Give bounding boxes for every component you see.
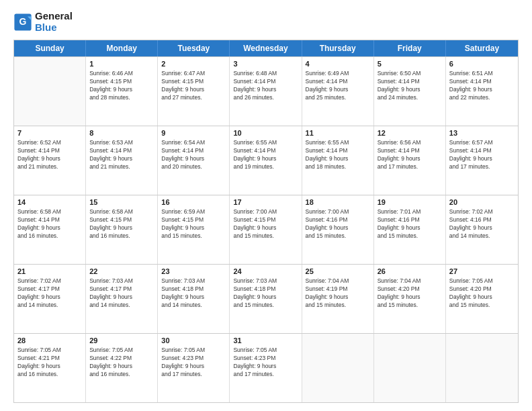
day-number: 28 bbox=[17, 336, 82, 346]
day-info: Sunrise: 6:48 AM Sunset: 4:14 PM Dayligh… bbox=[233, 70, 298, 102]
day-cell-8: 8Sunrise: 6:53 AM Sunset: 4:14 PM Daylig… bbox=[86, 126, 158, 195]
day-number: 2 bbox=[161, 59, 226, 69]
day-number: 20 bbox=[449, 197, 515, 208]
day-info: Sunrise: 7:05 AM Sunset: 4:22 PM Dayligh… bbox=[89, 347, 154, 379]
day-info: Sunrise: 6:51 AM Sunset: 4:14 PM Dayligh… bbox=[449, 70, 515, 102]
day-cell-1: 1Sunrise: 6:46 AM Sunset: 4:15 PM Daylig… bbox=[86, 57, 158, 126]
day-number: 29 bbox=[89, 336, 154, 346]
day-info: Sunrise: 6:55 AM Sunset: 4:14 PM Dayligh… bbox=[233, 139, 298, 171]
day-cell-28: 28Sunrise: 7:05 AM Sunset: 4:21 PM Dayli… bbox=[14, 334, 86, 402]
day-info: Sunrise: 7:02 AM Sunset: 4:17 PM Dayligh… bbox=[17, 277, 82, 310]
day-number: 6 bbox=[449, 59, 515, 69]
weekday-header-thursday: Thursday bbox=[302, 40, 374, 56]
logo-line1: General bbox=[35, 11, 73, 22]
day-info: Sunrise: 6:57 AM Sunset: 4:14 PM Dayligh… bbox=[449, 139, 515, 171]
calendar-row-2: 14Sunrise: 6:58 AM Sunset: 4:14 PM Dayli… bbox=[14, 195, 518, 264]
calendar: SundayMondayTuesdayWednesdayThursdayFrid… bbox=[13, 40, 519, 403]
day-cell-16: 16Sunrise: 6:59 AM Sunset: 4:15 PM Dayli… bbox=[158, 195, 230, 264]
weekday-header-saturday: Saturday bbox=[446, 40, 518, 56]
day-number: 25 bbox=[306, 267, 370, 277]
day-number: 12 bbox=[378, 128, 442, 138]
day-number: 13 bbox=[449, 128, 515, 138]
logo-icon: G bbox=[13, 13, 32, 32]
calendar-row-3: 21Sunrise: 7:02 AM Sunset: 4:17 PM Dayli… bbox=[14, 264, 518, 333]
day-cell-30: 30Sunrise: 7:05 AM Sunset: 4:23 PM Dayli… bbox=[158, 334, 230, 402]
svg-text:G: G bbox=[19, 16, 27, 27]
day-info: Sunrise: 6:58 AM Sunset: 4:14 PM Dayligh… bbox=[17, 208, 82, 240]
day-number: 9 bbox=[161, 128, 226, 138]
day-number: 31 bbox=[233, 336, 298, 346]
day-info: Sunrise: 6:53 AM Sunset: 4:14 PM Dayligh… bbox=[89, 139, 154, 171]
calendar-body: 1Sunrise: 6:46 AM Sunset: 4:15 PM Daylig… bbox=[14, 56, 518, 402]
day-info: Sunrise: 7:00 AM Sunset: 4:15 PM Dayligh… bbox=[233, 208, 298, 240]
day-number: 30 bbox=[161, 336, 226, 346]
day-info: Sunrise: 6:49 AM Sunset: 4:14 PM Dayligh… bbox=[306, 70, 370, 102]
day-number: 22 bbox=[89, 267, 154, 277]
day-number: 11 bbox=[306, 128, 370, 138]
day-number: 17 bbox=[233, 197, 298, 208]
day-cell-13: 13Sunrise: 6:57 AM Sunset: 4:14 PM Dayli… bbox=[446, 126, 518, 195]
day-cell-3: 3Sunrise: 6:48 AM Sunset: 4:14 PM Daylig… bbox=[230, 57, 302, 126]
day-info: Sunrise: 6:52 AM Sunset: 4:14 PM Dayligh… bbox=[17, 139, 82, 171]
weekday-header-tuesday: Tuesday bbox=[158, 40, 230, 56]
day-number: 7 bbox=[17, 128, 82, 138]
day-number: 21 bbox=[17, 267, 82, 277]
day-cell-4: 4Sunrise: 6:49 AM Sunset: 4:14 PM Daylig… bbox=[302, 57, 374, 126]
day-info: Sunrise: 6:58 AM Sunset: 4:15 PM Dayligh… bbox=[89, 208, 154, 240]
weekday-header-monday: Monday bbox=[86, 40, 158, 56]
logo-line2: Blue bbox=[35, 22, 73, 34]
day-info: Sunrise: 7:04 AM Sunset: 4:19 PM Dayligh… bbox=[306, 277, 370, 310]
day-cell-7: 7Sunrise: 6:52 AM Sunset: 4:14 PM Daylig… bbox=[14, 126, 86, 195]
day-cell-2: 2Sunrise: 6:47 AM Sunset: 4:15 PM Daylig… bbox=[158, 57, 230, 126]
day-info: Sunrise: 6:47 AM Sunset: 4:15 PM Dayligh… bbox=[161, 70, 226, 102]
day-cell-14: 14Sunrise: 6:58 AM Sunset: 4:14 PM Dayli… bbox=[14, 195, 86, 264]
day-number: 24 bbox=[233, 267, 298, 277]
day-number: 8 bbox=[89, 128, 154, 138]
day-info: Sunrise: 7:05 AM Sunset: 4:21 PM Dayligh… bbox=[17, 347, 82, 379]
day-cell-12: 12Sunrise: 6:56 AM Sunset: 4:14 PM Dayli… bbox=[374, 126, 446, 195]
day-cell-11: 11Sunrise: 6:55 AM Sunset: 4:14 PM Dayli… bbox=[302, 126, 374, 195]
weekday-header-sunday: Sunday bbox=[14, 40, 86, 56]
day-number: 18 bbox=[306, 197, 370, 208]
day-info: Sunrise: 6:50 AM Sunset: 4:14 PM Dayligh… bbox=[378, 70, 442, 102]
calendar-row-0: 1Sunrise: 6:46 AM Sunset: 4:15 PM Daylig… bbox=[14, 56, 518, 126]
day-info: Sunrise: 7:03 AM Sunset: 4:17 PM Dayligh… bbox=[89, 277, 154, 310]
empty-cell-4-5 bbox=[374, 334, 446, 402]
day-cell-20: 20Sunrise: 7:02 AM Sunset: 4:16 PM Dayli… bbox=[446, 195, 518, 264]
day-cell-18: 18Sunrise: 7:00 AM Sunset: 4:16 PM Dayli… bbox=[302, 195, 374, 264]
empty-cell-4-6 bbox=[446, 334, 518, 402]
weekday-header-friday: Friday bbox=[374, 40, 446, 56]
day-cell-15: 15Sunrise: 6:58 AM Sunset: 4:15 PM Dayli… bbox=[86, 195, 158, 264]
day-info: Sunrise: 7:01 AM Sunset: 4:16 PM Dayligh… bbox=[378, 208, 442, 240]
day-number: 5 bbox=[378, 59, 442, 69]
day-info: Sunrise: 7:05 AM Sunset: 4:23 PM Dayligh… bbox=[161, 347, 226, 379]
day-info: Sunrise: 6:54 AM Sunset: 4:14 PM Dayligh… bbox=[161, 139, 226, 171]
day-cell-10: 10Sunrise: 6:55 AM Sunset: 4:14 PM Dayli… bbox=[230, 126, 302, 195]
day-cell-26: 26Sunrise: 7:04 AM Sunset: 4:20 PM Dayli… bbox=[374, 265, 446, 333]
day-cell-17: 17Sunrise: 7:00 AM Sunset: 4:15 PM Dayli… bbox=[230, 195, 302, 264]
day-number: 26 bbox=[378, 267, 442, 277]
day-cell-24: 24Sunrise: 7:03 AM Sunset: 4:18 PM Dayli… bbox=[230, 265, 302, 333]
day-number: 10 bbox=[233, 128, 298, 138]
day-cell-31: 31Sunrise: 7:05 AM Sunset: 4:23 PM Dayli… bbox=[230, 334, 302, 402]
day-info: Sunrise: 7:04 AM Sunset: 4:20 PM Dayligh… bbox=[378, 277, 442, 310]
day-info: Sunrise: 6:55 AM Sunset: 4:14 PM Dayligh… bbox=[306, 139, 370, 171]
day-number: 23 bbox=[161, 267, 226, 277]
page-header: G General Blue bbox=[13, 11, 519, 33]
day-cell-27: 27Sunrise: 7:05 AM Sunset: 4:20 PM Dayli… bbox=[446, 265, 518, 333]
day-cell-25: 25Sunrise: 7:04 AM Sunset: 4:19 PM Dayli… bbox=[302, 265, 374, 333]
calendar-row-1: 7Sunrise: 6:52 AM Sunset: 4:14 PM Daylig… bbox=[14, 126, 518, 195]
day-info: Sunrise: 7:02 AM Sunset: 4:16 PM Dayligh… bbox=[449, 208, 515, 240]
day-info: Sunrise: 7:03 AM Sunset: 4:18 PM Dayligh… bbox=[161, 277, 226, 310]
day-info: Sunrise: 6:46 AM Sunset: 4:15 PM Dayligh… bbox=[89, 70, 154, 102]
day-info: Sunrise: 6:56 AM Sunset: 4:14 PM Dayligh… bbox=[378, 139, 442, 171]
day-info: Sunrise: 7:05 AM Sunset: 4:23 PM Dayligh… bbox=[233, 347, 298, 379]
day-number: 15 bbox=[89, 197, 154, 208]
calendar-header: SundayMondayTuesdayWednesdayThursdayFrid… bbox=[14, 40, 518, 56]
day-info: Sunrise: 6:59 AM Sunset: 4:15 PM Dayligh… bbox=[161, 208, 226, 240]
day-number: 19 bbox=[378, 197, 442, 208]
day-cell-9: 9Sunrise: 6:54 AM Sunset: 4:14 PM Daylig… bbox=[158, 126, 230, 195]
day-cell-5: 5Sunrise: 6:50 AM Sunset: 4:14 PM Daylig… bbox=[374, 57, 446, 126]
day-info: Sunrise: 7:05 AM Sunset: 4:20 PM Dayligh… bbox=[449, 277, 515, 310]
empty-cell-0-0 bbox=[14, 57, 86, 126]
